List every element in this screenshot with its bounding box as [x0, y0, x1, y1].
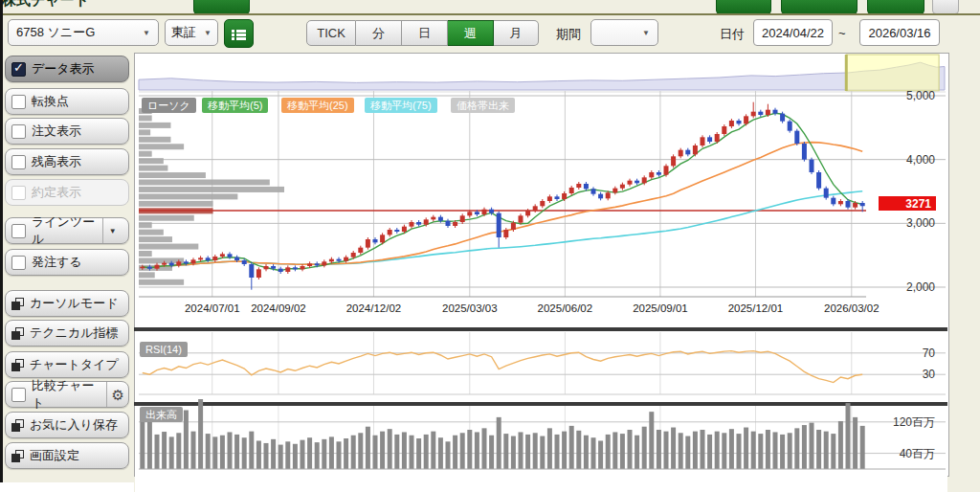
svg-text:30: 30 — [923, 368, 936, 381]
tab-month[interactable]: 月 — [494, 20, 539, 46]
page-title: 株式チャート — [2, 0, 89, 10]
list-icon — [232, 29, 246, 39]
checkbox-icon[interactable] — [11, 224, 26, 238]
sidebar-item-execution-display: 約定表示 — [5, 179, 129, 206]
tab-week[interactable]: 週 — [448, 20, 494, 46]
timeframe-group: TICK 分 日 週 月 — [306, 20, 539, 46]
sidebar-item-save-favorite[interactable]: お気に入り保存 — [5, 412, 129, 438]
tab-day[interactable]: 日 — [402, 20, 448, 46]
sidebar-item-place-order[interactable]: 発注する — [5, 249, 129, 276]
period-select[interactable]: ▼ — [590, 19, 658, 46]
svg-text:2025/12/01: 2025/12/01 — [728, 302, 784, 314]
top-green-button[interactable] — [193, 0, 250, 13]
legend-ma5: 移動平均(5) — [202, 98, 268, 113]
volume-panel-label: 出来高 — [140, 407, 183, 422]
checkbox-checked-icon[interactable] — [11, 62, 26, 77]
sidebar-item-compare-chart[interactable]: 比較チャート ⚙ — [5, 381, 129, 408]
rsi-panel-label: RSI(14) — [140, 342, 188, 357]
svg-text:120百万: 120百万 — [893, 415, 935, 429]
legend-volume-by-price: 価格帯出来 — [451, 98, 515, 113]
line-tool-dropdown[interactable]: ▼ — [102, 218, 122, 243]
sidebar-item-balance-display[interactable]: 残高表示 — [5, 148, 129, 175]
tab-tick[interactable]: TICK — [306, 20, 356, 46]
checkbox-icon[interactable] — [11, 155, 26, 169]
svg-text:40百万: 40百万 — [900, 447, 935, 460]
sidebar-item-order-display[interactable]: 注文表示 — [5, 118, 129, 145]
current-price-tag: 3271 — [879, 196, 936, 211]
svg-text:2024/09/02: 2024/09/02 — [251, 302, 306, 314]
svg-text:70: 70 — [923, 347, 936, 360]
legend-ma75: 移動平均(75) — [365, 98, 437, 113]
top-gray-button[interactable] — [932, 0, 959, 13]
date-range-separator: ~ — [838, 26, 846, 40]
svg-text:2026/03/02: 2026/03/02 — [824, 302, 880, 314]
spacer — [135, 476, 947, 492]
overlap-windows-icon — [11, 450, 24, 462]
sidebar-item-technical-indicator[interactable]: テクニカル指標 — [5, 320, 129, 347]
symbol-select[interactable]: 6758 ソニーG ▼ — [8, 19, 159, 46]
overlap-windows-icon — [11, 327, 24, 340]
svg-text:4,000: 4,000 — [906, 153, 935, 167]
sidebar-item-line-tool[interactable]: ラインツール ▼ — [5, 217, 129, 244]
market-select[interactable]: 東証 ▼ — [165, 19, 218, 46]
gear-icon: ⚙ — [111, 388, 123, 402]
top-green-button[interactable] — [781, 0, 858, 13]
legend-candle: ローソク — [142, 98, 196, 113]
top-green-button[interactable] — [716, 0, 771, 13]
svg-text:2025/03/03: 2025/03/03 — [442, 302, 498, 314]
compare-chart-settings[interactable]: ⚙ — [106, 382, 128, 407]
svg-text:5,000: 5,000 — [906, 89, 935, 102]
top-green-button[interactable] — [867, 0, 924, 13]
checkbox-icon[interactable] — [11, 388, 26, 402]
checkbox-icon — [11, 186, 26, 200]
svg-text:2,000: 2,000 — [906, 280, 935, 294]
svg-text:2024/07/01: 2024/07/01 — [185, 302, 240, 314]
overlap-windows-icon — [11, 298, 24, 310]
chevron-down-icon: ▼ — [642, 29, 650, 37]
stock-chart-app: 株式チャート 6758 ソニーG ▼ 東証 ▼ TICK 分 日 週 月 期間 … — [0, 0, 980, 492]
divider — [0, 13, 980, 15]
symbol-value: 6758 ソニーG — [16, 24, 95, 41]
tab-minute[interactable]: 分 — [356, 20, 402, 46]
checkbox-icon[interactable] — [11, 256, 26, 270]
svg-text:2025/06/02: 2025/06/02 — [538, 302, 593, 314]
period-label: 期間 — [556, 26, 581, 43]
chevron-down-icon: ▼ — [109, 227, 117, 235]
sidebar-item-screen-settings[interactable]: 画面設定 — [5, 442, 129, 469]
date-to-input[interactable]: 2026/03/16 — [859, 19, 940, 46]
sidebar-item-cursor-mode[interactable]: カーソルモード — [5, 290, 129, 317]
overlap-windows-icon — [11, 419, 24, 432]
date-from-input[interactable]: 2024/04/22 — [753, 19, 833, 46]
sidebar-item-chart-type[interactable]: チャートタイプ — [5, 351, 129, 378]
svg-text:2024/12/02: 2024/12/02 — [346, 302, 402, 314]
legend-ma25: 移動平均(25) — [281, 98, 354, 113]
svg-text:3,000: 3,000 — [906, 216, 935, 230]
date-label: 日付 — [720, 26, 745, 43]
sidebar-item-turning-point[interactable]: 転換点 — [5, 88, 129, 115]
window-edge — [0, 0, 3, 482]
price-chart-canvas[interactable]: 5,0004,0003,0002,0002024/07/012024/09/02… — [134, 53, 947, 475]
spacer — [0, 482, 134, 492]
checkbox-icon[interactable] — [11, 124, 26, 139]
top-bar: 株式チャート — [0, 0, 980, 13]
svg-text:2025/09/01: 2025/09/01 — [633, 302, 688, 314]
chevron-down-icon: ▼ — [143, 29, 150, 37]
chevron-down-icon: ▼ — [204, 29, 212, 37]
sidebar-item-data-display[interactable]: データ表示 — [5, 56, 129, 82]
overlap-windows-icon — [11, 359, 24, 371]
market-value: 東証 — [171, 24, 196, 41]
symbol-list-button[interactable] — [224, 19, 254, 48]
checkbox-icon[interactable] — [11, 95, 26, 109]
